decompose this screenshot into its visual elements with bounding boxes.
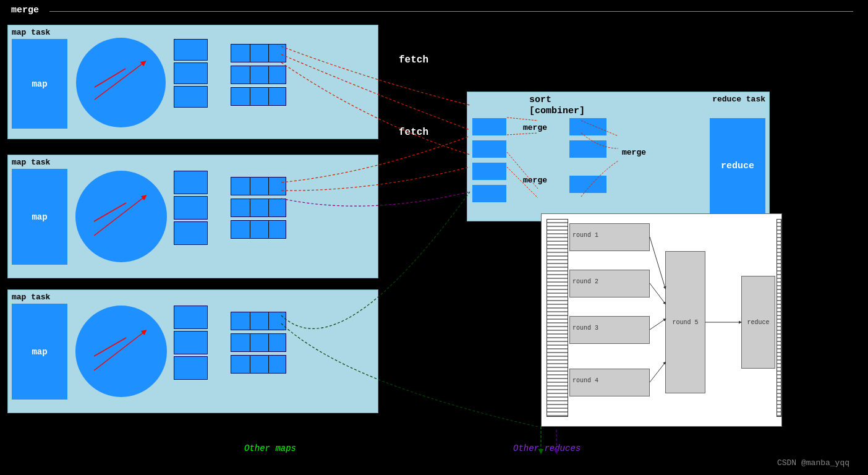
rounds-diagram: round 1 round 2 round 3 round 4 round 5 [541, 213, 782, 427]
partition-rect [174, 196, 208, 220]
output-partition-rect [231, 220, 286, 239]
map-task-2-label: map task [12, 158, 50, 167]
output-partitions-1 [231, 44, 286, 106]
output-partition-rect [231, 333, 286, 352]
map-box-1: map [12, 39, 67, 129]
reduce-task-label: reduce task [712, 95, 765, 104]
merge-output-rects [569, 118, 606, 158]
partition-rect [174, 306, 208, 329]
map-box-3: map [12, 304, 67, 400]
map-task-1-label: map task [12, 28, 50, 37]
svg-line-9 [650, 362, 665, 382]
partitions-3 [174, 306, 208, 380]
map-circle-2 [73, 165, 169, 268]
partition-rect [174, 86, 208, 108]
partitions-1 [174, 39, 208, 108]
reduce-box: reduce [710, 118, 765, 214]
svg-line-7 [650, 283, 665, 304]
merge-top-line [49, 11, 853, 12]
csdn-label: CSDN @manba_yqq [777, 458, 849, 468]
map-circle-1 [73, 35, 169, 131]
output-partition-rect [231, 355, 286, 374]
map-circle-shape-1 [76, 38, 166, 127]
merge-output-lower [569, 176, 606, 193]
main-container: merge map task map [0, 0, 868, 475]
output-partition-rect [231, 66, 286, 84]
merge-label-3: merge [523, 176, 547, 185]
sort-label: sort [529, 95, 551, 105]
output-partition-rect [231, 199, 286, 217]
rounds-inner: round 1 round 2 round 3 round 4 round 5 [542, 214, 781, 426]
partition-rect [174, 171, 208, 194]
merge-label-1: merge [523, 123, 547, 132]
other-maps-label: Other maps [244, 443, 296, 453]
partition-rect [174, 331, 208, 354]
output-partition-rect [231, 87, 286, 106]
output-partition-rect [231, 177, 286, 195]
sort-area: sort [combiner] merge merge merge reduce… [467, 92, 770, 221]
partition-rect [174, 39, 208, 61]
rounds-arrows [542, 214, 781, 426]
merge-rect [569, 118, 606, 135]
svg-line-0 [95, 62, 144, 100]
map-task-2: map task map [7, 155, 378, 278]
map-task-1: map task map [7, 25, 378, 139]
svg-line-3 [94, 203, 126, 221]
output-partition-rect [231, 44, 286, 62]
output-partitions-3 [231, 312, 286, 374]
merge-top-label: merge [11, 5, 39, 15]
map-circle-3 [73, 299, 169, 403]
sort-input-rects [472, 118, 506, 202]
partition-rect [174, 62, 208, 84]
svg-line-2 [94, 197, 145, 236]
sort-rect [472, 163, 506, 180]
partitions-2 [174, 171, 208, 245]
merge-label-2: merge [622, 148, 646, 157]
svg-line-5 [94, 338, 126, 356]
svg-line-1 [95, 69, 126, 87]
output-partition-rect [231, 312, 286, 330]
sort-rect [472, 118, 506, 135]
map-task-3-label: map task [12, 293, 50, 302]
fetch-label-1: fetch [399, 54, 428, 66]
map-task-3: map task map [7, 289, 378, 413]
combiner-label: [combiner] [529, 106, 585, 116]
sort-rect [472, 185, 506, 202]
map-circle-shape-3 [75, 306, 167, 397]
fetch-label-2: fetch [399, 127, 428, 138]
partition-rect [174, 356, 208, 380]
other-reduces-label: Other reduces [513, 443, 581, 453]
output-partitions-2 [231, 177, 286, 239]
merge-rect [569, 140, 606, 158]
svg-line-8 [650, 319, 665, 330]
map-box-2: map [12, 169, 67, 265]
sort-rect [472, 140, 506, 158]
svg-line-6 [650, 237, 665, 288]
map-circle-shape-2 [75, 171, 167, 262]
svg-line-4 [94, 332, 145, 370]
merge-rect-lower [569, 176, 606, 193]
partition-rect [174, 221, 208, 245]
